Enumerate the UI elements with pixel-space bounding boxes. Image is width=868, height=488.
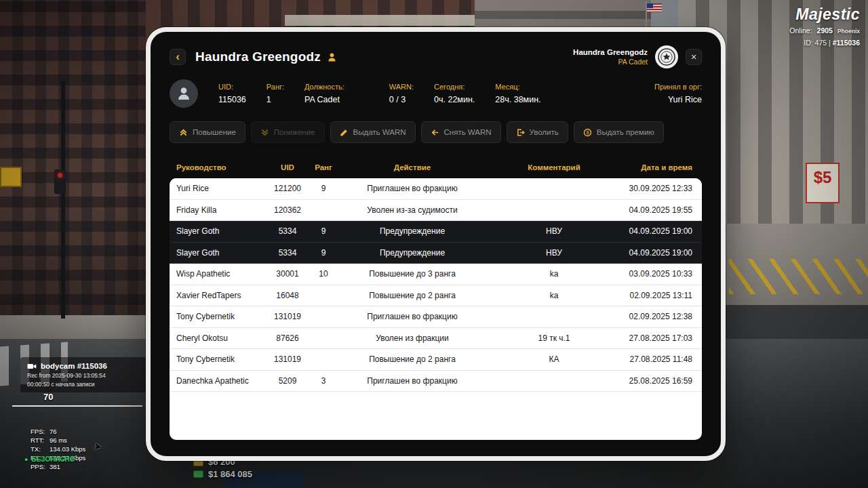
field-rank: Ранг: 1 [267, 83, 284, 104]
action-buttons-row: Повышение Понижение Выдать WARN Снять WA… [170, 121, 702, 143]
rank-value: 1 [267, 95, 284, 104]
promote-button[interactable]: Повышение [170, 121, 245, 143]
field-position: Должность: PA Cadet [304, 83, 344, 104]
cell-leader: Cheryl Okotsu [170, 333, 270, 343]
back-button[interactable]: ‹ [170, 49, 186, 65]
cell-date: 27.08.2025 17:03 [625, 333, 702, 343]
cell-date: 03.09.2025 10:33 [625, 269, 702, 279]
tx-label: TX: [31, 445, 50, 453]
traffic-pole [61, 81, 65, 319]
close-button[interactable]: ✕ [686, 49, 702, 65]
table-row: Tony Cybernetik 131019 Приглашен во фрак… [170, 306, 702, 328]
col-header-action: Действие [342, 163, 483, 171]
bodycam-rec-line: Rec from 2025-09-30 13:05:54 [27, 372, 160, 379]
today-value: 0ч. 22мин. [434, 95, 475, 104]
cell-uid: 131019 [270, 354, 305, 364]
table-body: Yuri Rice 121200 9 Приглашен во фракцию … [170, 178, 702, 440]
pps-value: 381 [50, 463, 60, 470]
member-role: PA Cadet [573, 58, 648, 66]
bank-row: $1 864 085 [193, 469, 252, 479]
cell-uid: 120362 [270, 205, 305, 215]
cell-leader: Tony Cybernetik [170, 312, 270, 321]
speedometer-bar [12, 405, 142, 407]
cell-comment: НВУ [483, 226, 625, 236]
rtt-line: RTT:96 ms [31, 436, 85, 445]
col-header-comment: Комментарий [483, 163, 625, 171]
rtt-label: RTT: [31, 436, 50, 445]
cell-action: Приглашен во фракцию [342, 376, 483, 386]
col-header-date: Дата и время [625, 163, 702, 171]
panel-header: ‹ Haundra Greengodz Haundra Greengodz PA… [170, 45, 702, 68]
field-month: Месяц: 28ч. 38мин. [495, 83, 540, 104]
cell-uid: 5334 [270, 248, 305, 258]
curb-hazard-lines [729, 259, 868, 294]
rank-label: Ранг: [267, 83, 284, 92]
cell-rank: 3 [305, 376, 342, 386]
remove-warn-button[interactable]: Снять WARN [421, 121, 501, 143]
warn-value: 0 / 3 [389, 95, 414, 104]
bank-card-icon [193, 470, 203, 478]
bank-amount: $1 864 085 [208, 469, 252, 479]
rtt-value: 96 ms [50, 436, 67, 444]
online-count: 2905 [817, 26, 833, 35]
pps-line: PPS:381 [31, 462, 85, 471]
background-building-left [0, 0, 146, 319]
field-today: Сегодня: 0ч. 22мин. [434, 83, 475, 104]
month-value: 28ч. 38мин. [495, 95, 540, 104]
give-warn-button[interactable]: Выдать WARN [330, 121, 416, 143]
cell-comment: ka [483, 291, 625, 300]
table-row: Yuri Rice 121200 9 Приглашен во фракцию … [170, 178, 702, 200]
cell-date: 27.08.2025 11:48 [625, 354, 702, 364]
cell-uid: 121200 [270, 184, 305, 193]
tx-line: TX:134.03 Kbps [31, 445, 85, 453]
speed-value: 70 [43, 392, 53, 402]
cell-action: Приглашен во фракцию [342, 312, 483, 321]
network-stats: FPS:76 RTT:96 ms TX:134.03 Kbps RX:533.3… [31, 427, 85, 471]
cell-leader: Wisp Apathetic [170, 269, 270, 279]
cell-leader: Friday Killa [170, 205, 270, 215]
cell-action: Повышение до 2 ранга [342, 354, 483, 364]
cell-uid: 5209 [270, 376, 305, 386]
cell-leader: Slayer Goth [170, 248, 270, 258]
undo-arrow-icon [431, 128, 439, 137]
chevrons-up-icon [179, 128, 188, 137]
member-name: Haundra Greengodz [573, 47, 648, 57]
cell-action: Предупреждение [342, 226, 483, 236]
demote-button[interactable]: Понижение [251, 121, 325, 143]
faction-badge-icon [654, 45, 679, 69]
month-label: Месяц: [495, 83, 540, 92]
player-id-line: ID: 475 | #115036 [789, 39, 860, 47]
player-id: ID: 475 | [804, 39, 831, 47]
bodycam-title: bodycam #115036 [41, 362, 107, 370]
cell-date: 04.09.2025 19:00 [625, 226, 702, 236]
recruiter-label: Принял в орг: [654, 83, 702, 92]
cell-date: 02.09.2025 13:11 [625, 291, 702, 300]
cell-comment: НВУ [483, 248, 625, 258]
cell-leader: Slayer Goth [170, 226, 270, 236]
dismiss-label: Уволить [530, 128, 559, 136]
shop-sign-price: $5 [814, 168, 832, 186]
field-uid: UID: 115036 [218, 83, 246, 104]
safe-zone-indicator: ● БЕЗОПАСНО [24, 455, 75, 463]
background-cornice [285, 15, 481, 26]
cell-rank: 9 [305, 248, 342, 258]
cell-date: 25.08.2025 16:59 [625, 376, 702, 386]
cell-action: Повышение до 3 ранга [342, 269, 483, 279]
table-row: Xavier RedTapers 16048 Повышение до 2 ра… [170, 285, 702, 307]
server-brand-logo: Majestic [789, 5, 860, 24]
cell-rank: 10 [305, 269, 342, 279]
member-info-row: UID: 115036 Ранг: 1 Должность: PA Cadet … [170, 79, 702, 108]
pencil-warn-icon [340, 128, 349, 137]
cell-date: 04.09.2025 19:00 [625, 248, 702, 258]
us-flag [647, 3, 662, 12]
field-recruiter: Принял в орг: Yuri Rice [654, 83, 702, 104]
table-row: Cheryl Okotsu 87626 Уволен из фракции 19… [170, 328, 702, 350]
give-bonus-button[interactable]: $ Выдать премию [574, 121, 664, 143]
cell-uid: 30001 [270, 269, 305, 279]
cell-action: Уволен из-за судимости [342, 205, 483, 215]
dismiss-button[interactable]: Уволить [507, 121, 568, 143]
col-header-leader: Руководство [170, 163, 270, 171]
member-profile-panel: ‹ Haundra Greengodz Haundra Greengodz PA… [146, 27, 726, 461]
cell-leader: Xavier RedTapers [170, 291, 270, 300]
cell-action: Повышение до 2 ранга [342, 291, 483, 300]
